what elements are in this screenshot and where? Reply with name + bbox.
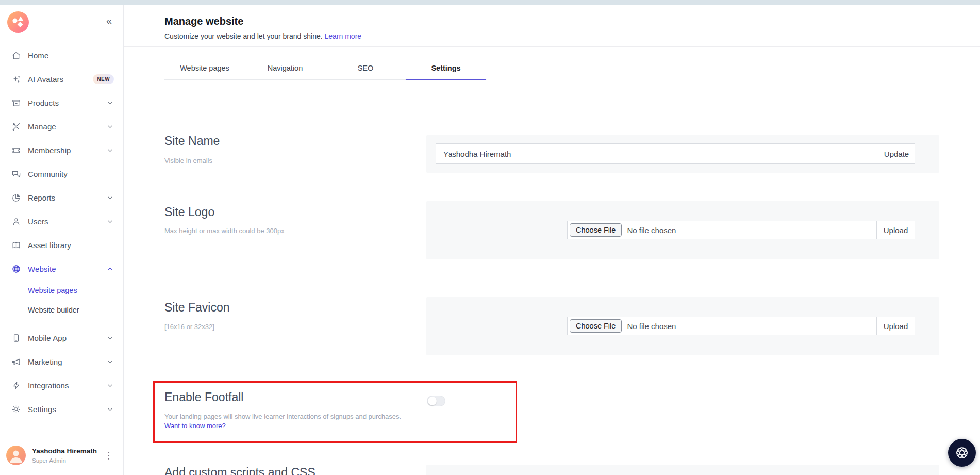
site-name-subtitle: Visible in emails [164,157,212,165]
site-favicon-panel: Choose File No file chosen Upload [426,297,939,355]
site-favicon-upload-button[interactable]: Upload [876,317,915,335]
sidebar-item-label: Reports [28,193,55,202]
wireframe-sphere-icon [955,446,969,460]
pie-chart-icon [11,193,21,203]
site-name-panel: Update [426,135,939,173]
sidebar-nav: Home AI Avatars NEW Products Manage [0,43,123,421]
sidebar-item-label: Home [28,51,48,60]
footfall-toggle[interactable] [427,396,445,406]
ticket-icon [11,145,21,155]
sidebar-item-marketing[interactable]: Marketing [0,350,123,373]
sidebar-item-ai-avatars[interactable]: AI Avatars NEW [0,67,123,91]
chevron-down-icon [106,382,114,389]
site-favicon-title: Site Favicon [164,301,230,315]
site-logo-panel: Choose File No file chosen Upload [426,201,939,259]
chevron-down-icon [106,194,114,202]
megaphone-icon [11,357,21,367]
sidebar-item-reports[interactable]: Reports [0,186,123,209]
lightning-icon [11,381,21,390]
site-favicon-subtitle: [16x16 or 32x32] [164,323,214,331]
sidebar-subitem-website-pages[interactable]: Website pages [0,281,123,300]
chevron-up-icon [106,265,114,273]
avatar [6,446,26,465]
sidebar-item-home[interactable]: Home [0,43,123,67]
sidebar-item-website[interactable]: Website [0,257,123,281]
sidebar-item-integrations[interactable]: Integrations [0,373,123,397]
sidebar-subitem-label: Website pages [28,286,77,294]
user-meta: Yashodha Hiremath Super Admin [32,447,97,464]
site-logo-upload-button[interactable]: Upload [876,221,915,239]
sidebar-subitem-label: Website builder [28,306,79,314]
site-name-input[interactable] [436,143,878,164]
footfall-know-more-link[interactable]: Want to know more? [164,422,226,430]
sidebar-item-label: AI Avatars [28,75,63,84]
main-content: Manage website Customize your website an… [124,5,980,475]
sparkles-icon [11,74,21,84]
sidebar-collapse-button[interactable]: « [106,15,112,26]
sidebar-item-label: Settings [28,405,56,414]
sidebar-item-label: Products [28,99,59,107]
user-profile[interactable]: Yashodha Hiremath Super Admin ⋮ [0,441,123,470]
site-name-row: Update [436,143,915,164]
nav-gap [0,320,123,326]
brand-logo-icon [7,11,29,33]
sidebar-item-manage[interactable]: Manage [0,114,123,138]
footfall-description: Your landing pages will show live learne… [164,413,401,420]
new-badge: NEW [93,74,114,84]
custom-scripts-panel [426,465,939,475]
site-logo-file-box: Choose File No file chosen [567,221,876,239]
site-name-update-button[interactable]: Update [878,143,915,164]
chevron-down-icon [106,99,114,107]
user-name: Yashodha Hiremath [32,447,97,455]
sidebar-item-products[interactable]: Products [0,91,123,114]
sidebar-item-community[interactable]: Community [0,162,123,186]
site-logo-choose-file-button[interactable]: Choose File [570,223,622,237]
site-logo-file-status: No file chosen [627,226,676,235]
tab-bar: Website pages Navigation SEO Settings [164,57,486,80]
tab-settings[interactable]: Settings [406,57,486,79]
site-logo-file-row: Choose File No file chosen Upload [567,221,915,239]
page-subtitle: Customize your website and let your bran… [164,32,361,40]
page-subtitle-text: Customize your website and let your bran… [164,32,323,40]
sidebar-item-label: Users [28,217,48,226]
app-window: « Home AI Avatars NEW Products [0,0,980,475]
user-role: Super Admin [32,457,97,464]
tab-website-pages[interactable]: Website pages [164,57,245,79]
sidebar-item-label: Manage [28,122,56,131]
floating-widget-button[interactable] [948,439,976,467]
user-menu-kebab-icon[interactable]: ⋮ [102,449,115,462]
learn-more-link[interactable]: Learn more [325,32,362,40]
phone-icon [11,333,21,343]
site-favicon-file-status: No file chosen [627,322,676,331]
enable-footfall-title: Enable Footfall [164,390,243,404]
book-icon [11,240,21,250]
tab-seo[interactable]: SEO [325,57,406,79]
brand-logo[interactable] [7,11,29,33]
box-icon [11,98,21,108]
sidebar-subitem-website-builder[interactable]: Website builder [0,300,123,320]
sidebar-item-users[interactable]: Users [0,209,123,233]
site-favicon-choose-file-button[interactable]: Choose File [570,319,622,333]
site-favicon-file-row: Choose File No file chosen Upload [567,317,915,335]
footfall-toggle-knob [428,397,437,405]
tools-icon [11,122,21,132]
sidebar-item-asset-library[interactable]: Asset library [0,233,123,257]
globe-icon [11,264,21,274]
chevron-down-icon [106,123,114,130]
tab-navigation[interactable]: Navigation [245,57,325,79]
sidebar-item-mobile-app[interactable]: Mobile App [0,326,123,350]
sidebar-item-label: Integrations [28,381,69,390]
sidebar-item-settings[interactable]: Settings [0,397,123,421]
chevron-down-icon [106,146,114,154]
sidebar-item-label: Membership [28,146,71,155]
gear-icon [11,404,21,414]
sidebar-item-label: Mobile App [28,334,67,342]
sidebar-item-label: Asset library [28,241,71,250]
chevron-down-icon [106,218,114,225]
browser-edge-strip [0,0,980,5]
chevron-down-icon [106,405,114,413]
page-title: Manage website [164,15,243,27]
sidebar-item-label: Marketing [28,357,62,366]
sidebar-item-membership[interactable]: Membership [0,138,123,162]
site-name-title: Site Name [164,134,220,148]
